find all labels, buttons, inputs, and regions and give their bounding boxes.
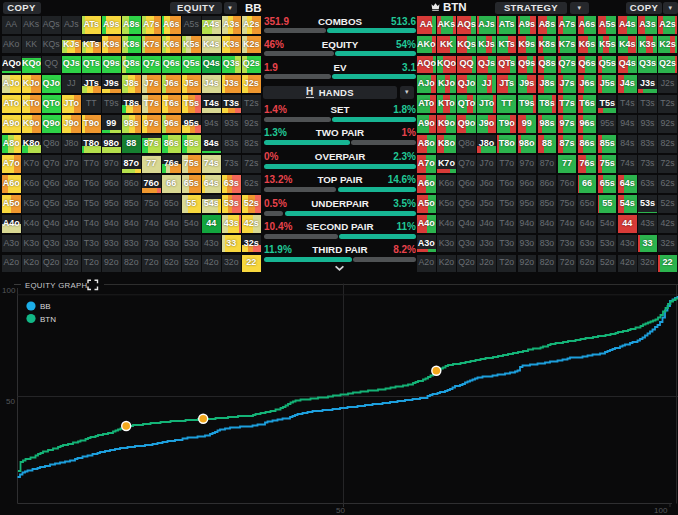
svg-text:50: 50 — [6, 397, 15, 406]
svg-text:50: 50 — [336, 506, 345, 515]
svg-text:BTN: BTN — [40, 315, 56, 324]
svg-text:EQUITY GRAPH: EQUITY GRAPH — [25, 281, 87, 290]
svg-text:BB: BB — [40, 302, 51, 311]
svg-text:100: 100 — [654, 506, 668, 515]
svg-text:100: 100 — [2, 286, 16, 295]
